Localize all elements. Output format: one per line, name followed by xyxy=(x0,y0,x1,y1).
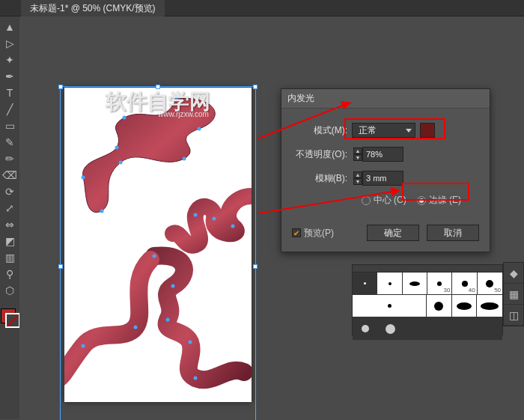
blur-input[interactable] xyxy=(362,171,403,186)
width-tool-icon[interactable]: ⇔ xyxy=(1,217,18,232)
brush-tool-icon[interactable]: ✎ xyxy=(1,135,18,150)
resize-handle[interactable] xyxy=(58,264,63,269)
eraser-tool-icon[interactable]: ⌫ xyxy=(1,168,18,183)
blur-stepper[interactable]: ▲▼ xyxy=(353,171,362,185)
ok-button[interactable]: 确定 xyxy=(367,225,419,241)
brush-swatch[interactable] xyxy=(378,317,403,340)
blend-tool-icon[interactable]: ⬡ xyxy=(1,283,18,298)
checkbox-on-icon: ✔ xyxy=(292,228,301,237)
resize-handle[interactable] xyxy=(253,264,258,269)
brush-swatch[interactable] xyxy=(403,273,427,294)
scale-tool-icon[interactable]: ⤢ xyxy=(1,201,18,216)
panel-tab-icon[interactable]: ▦ xyxy=(504,284,523,305)
brush-swatch[interactable]: 40 xyxy=(452,273,477,294)
pen-tool-icon[interactable]: ✒ xyxy=(1,69,18,84)
brush-swatch[interactable] xyxy=(427,295,452,317)
center-radio[interactable]: 中心 (C) xyxy=(362,194,406,207)
preview-checkbox[interactable]: ✔ 预览(P) xyxy=(292,227,334,240)
opacity-stepper[interactable]: ▲▼ xyxy=(353,147,362,161)
brush-swatch[interactable] xyxy=(377,273,402,294)
shape-tool-icon[interactable]: ◩ xyxy=(1,234,18,249)
direct-select-tool-icon[interactable]: ▷ xyxy=(1,36,18,51)
panel-drag-handle[interactable] xyxy=(353,265,502,273)
brush-swatch[interactable]: 50 xyxy=(478,273,502,294)
blur-label: 模糊(B): xyxy=(292,172,352,185)
brush-swatch[interactable] xyxy=(477,295,502,317)
type-tool-icon[interactable]: T xyxy=(1,85,18,100)
cancel-button[interactable]: 取消 xyxy=(427,225,479,241)
wand-tool-icon[interactable]: ✦ xyxy=(1,52,18,67)
brush-swatch[interactable] xyxy=(403,317,502,340)
document-tab-bar: 未标题-1* @ 50% (CMYK/预览) xyxy=(0,0,524,16)
pencil-tool-icon[interactable]: ✏ xyxy=(1,151,18,166)
edge-radio[interactable]: 边缘 (E) xyxy=(417,194,461,207)
eyedropper-tool-icon[interactable]: ⚲ xyxy=(1,267,18,281)
radio-on-icon xyxy=(417,196,426,205)
brushes-panel: 30 40 50 xyxy=(352,264,503,335)
opacity-input[interactable] xyxy=(362,147,403,162)
selection-bounding-box xyxy=(60,86,256,420)
mode-label: 模式(M): xyxy=(292,124,352,137)
radio-off-icon xyxy=(362,196,371,205)
chevron-down-icon xyxy=(406,129,412,133)
stroke-swatch[interactable] xyxy=(5,313,20,328)
panel-tab-icon[interactable]: ◆ xyxy=(504,263,523,284)
mode-select[interactable]: 正常 xyxy=(352,123,415,138)
inner-glow-dialog: 内发光 模式(M): 正常 不透明度(O): ▲▼ 模糊(B): ▲▼ 中心 (… xyxy=(281,88,490,252)
watermark-url: www.rjzxw.com xyxy=(158,110,209,118)
panel-tab-icon[interactable]: ◫ xyxy=(504,305,523,326)
selection-tool-icon[interactable]: ▲ xyxy=(1,19,18,34)
rotate-tool-icon[interactable]: ⟳ xyxy=(1,184,18,199)
document-tab[interactable]: 未标题-1* @ 50% (CMYK/预览) xyxy=(21,0,165,17)
resize-handle[interactable] xyxy=(253,85,258,89)
tool-panel: ▲ ▷ ✦ ✒ T ╱ ▭ ✎ ✏ ⌫ ⟳ ⤢ ⇔ ◩ ▥ ⚲ ⬡ xyxy=(0,16,19,419)
opacity-label: 不透明度(O): xyxy=(292,148,352,161)
rect-tool-icon[interactable]: ▭ xyxy=(1,118,18,133)
line-tool-icon[interactable]: ╱ xyxy=(1,102,18,117)
gradient-tool-icon[interactable]: ▥ xyxy=(1,250,18,265)
dialog-title[interactable]: 内发光 xyxy=(281,89,490,109)
brush-swatch[interactable] xyxy=(452,295,478,317)
brush-swatch[interactable] xyxy=(353,317,378,340)
glow-color-swatch[interactable] xyxy=(420,123,435,138)
brush-swatch[interactable] xyxy=(353,273,377,294)
brush-swatch[interactable] xyxy=(353,295,427,317)
brush-swatch[interactable]: 30 xyxy=(427,273,452,294)
panel-dock: ◆ ▦ ◫ xyxy=(503,262,524,326)
resize-handle[interactable] xyxy=(58,85,63,89)
